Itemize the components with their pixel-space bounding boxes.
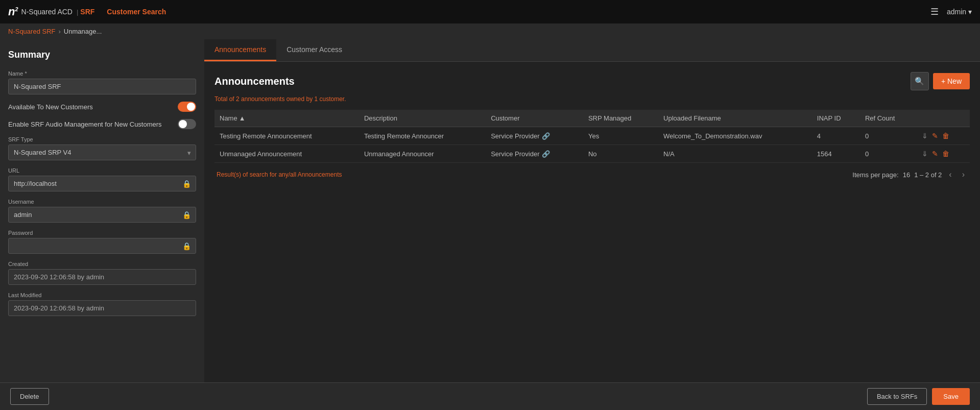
- audio-toggle[interactable]: [178, 119, 196, 129]
- audio-toggle-knob: [179, 120, 187, 128]
- topnav-right: ☰ admin ▾: [930, 6, 972, 17]
- row-delete-icon[interactable]: 🗑: [942, 150, 949, 158]
- back-button[interactable]: Back to SRFs: [867, 388, 927, 405]
- url-label: URL: [8, 167, 196, 174]
- col-description: Description: [359, 110, 486, 127]
- audio-label: Enable SRF Audio Management for New Cust…: [8, 120, 173, 128]
- tabs: Announcements Customer Access: [204, 39, 980, 62]
- available-toggle-row: Available To New Customers: [8, 102, 196, 112]
- cell-inap-id: 1564: [812, 145, 860, 163]
- subtitle: Total of 2 announcements owned by 1 cust…: [214, 95, 970, 103]
- bottom-bar: Delete Back to SRFs Save: [0, 382, 980, 410]
- next-page-button[interactable]: ›: [959, 169, 968, 180]
- col-name-label: Name: [220, 114, 237, 122]
- created-field-group: Created: [8, 261, 196, 285]
- name-sort[interactable]: Name ▲: [220, 114, 246, 122]
- srf-label: SRF: [80, 8, 94, 16]
- download-icon[interactable]: ⇓: [922, 150, 928, 158]
- save-label: Save: [943, 393, 959, 400]
- delete-label: Delete: [20, 393, 39, 400]
- username-input-wrapper: 🔒: [8, 207, 196, 223]
- breadcrumb-sep: ›: [58, 28, 60, 35]
- tab-customer-access[interactable]: Customer Access: [276, 39, 352, 61]
- result-highlight: any/all: [278, 171, 296, 178]
- tab-announcements[interactable]: Announcements: [204, 39, 276, 61]
- name-field-group: Name *: [8, 70, 196, 94]
- breadcrumb-root[interactable]: N-Squared SRF: [8, 28, 55, 35]
- srf-type-select[interactable]: N-Squared SRP V4: [8, 144, 196, 160]
- logo: n2: [8, 5, 18, 18]
- logo-sup: 2: [15, 6, 18, 12]
- admin-menu[interactable]: admin ▾: [947, 8, 972, 16]
- admin-arrow-icon: ▾: [968, 8, 972, 16]
- new-button[interactable]: + New: [933, 73, 970, 89]
- app-name: N-Squared ACD: [21, 8, 73, 16]
- cell-description: Unmanaged Announcer: [359, 145, 486, 163]
- link-icon: 🔗: [542, 132, 550, 140]
- delete-button[interactable]: Delete: [10, 388, 49, 405]
- table-footer: Result(s) of search for any/all Announce…: [214, 169, 970, 180]
- announcements-panel: Announcements 🔍 + New Total of 2 announc…: [204, 62, 980, 382]
- password-lock-icon: 🔒: [182, 242, 191, 250]
- col-inap-id: INAP ID: [812, 110, 860, 127]
- password-input-wrapper: 🔒: [8, 238, 196, 254]
- edit-icon[interactable]: ✎: [932, 132, 938, 140]
- url-input[interactable]: [8, 176, 196, 191]
- cell-ref-count: 0: [860, 127, 917, 145]
- customer-link[interactable]: Service Provider 🔗: [491, 132, 549, 140]
- password-input[interactable]: [8, 238, 196, 254]
- srf-type-select-wrapper: N-Squared SRP V4 ▾: [8, 144, 196, 160]
- sidebar-title: Summary: [8, 50, 196, 60]
- created-input: [8, 269, 196, 285]
- cell-srp-managed: Yes: [583, 127, 658, 145]
- name-input-wrapper: [8, 79, 196, 94]
- username-input[interactable]: [8, 207, 196, 223]
- admin-label: admin: [947, 8, 966, 16]
- panel-header: Announcements 🔍 + New: [214, 72, 970, 90]
- menu-icon[interactable]: ☰: [930, 6, 939, 17]
- download-icon[interactable]: ⇓: [922, 132, 928, 140]
- panel-title: Announcements: [214, 76, 911, 87]
- top-nav: n2 N-Squared ACD | SRF Customer Search ☰…: [0, 0, 980, 23]
- action-icons: ⇓ ✎ 🗑: [922, 150, 965, 158]
- last-modified-field-group: Last Modified: [8, 292, 196, 316]
- save-button[interactable]: Save: [932, 388, 970, 405]
- result-post: Announcements: [298, 171, 342, 178]
- prev-page-button[interactable]: ‹: [946, 169, 954, 180]
- available-toggle[interactable]: [178, 102, 196, 112]
- cell-actions: ⇓ ✎ 🗑: [917, 127, 970, 145]
- url-lock-icon: 🔒: [182, 180, 191, 188]
- back-label: Back to SRFs: [877, 393, 917, 400]
- col-customer: Customer: [486, 110, 583, 127]
- srf-type-field-group: SRF Type N-Squared SRP V4 ▾: [8, 136, 196, 160]
- cell-ref-count: 0: [860, 145, 917, 163]
- table-header: Name ▲ Description Customer SRP Managed …: [214, 110, 970, 127]
- content-area: Announcements Customer Access Announceme…: [204, 39, 980, 382]
- available-label: Available To New Customers: [8, 103, 173, 111]
- table-row: Unmanaged Announcement Unmanaged Announc…: [214, 145, 970, 163]
- breadcrumb: N-Squared SRF › Unmanage...: [0, 23, 980, 39]
- search-button[interactable]: 🔍: [911, 72, 929, 90]
- items-per-page-value: 16: [903, 171, 910, 179]
- col-name: Name ▲: [214, 110, 359, 127]
- tab-customer-access-label: Customer Access: [286, 45, 342, 54]
- bottom-right: Back to SRFs Save: [867, 388, 970, 405]
- announcements-table: Name ▲ Description Customer SRP Managed …: [214, 110, 970, 163]
- row-delete-icon[interactable]: 🗑: [942, 132, 949, 140]
- username-lock-icon: 🔒: [182, 211, 191, 219]
- customer-link[interactable]: Service Provider 🔗: [491, 150, 549, 158]
- edit-icon[interactable]: ✎: [932, 150, 938, 158]
- pagination: Items per page: 16 1 – 2 of 2 ‹ ›: [852, 169, 968, 180]
- cell-customer: Service Provider 🔗: [486, 127, 583, 145]
- cell-customer: Service Provider 🔗: [486, 145, 583, 163]
- sort-icon: ▲: [239, 114, 246, 122]
- username-field-group: Username 🔒: [8, 199, 196, 223]
- pipe: |: [77, 8, 78, 16]
- items-per-page-label: Items per page:: [852, 171, 898, 179]
- url-field-group: URL 🔒: [8, 167, 196, 191]
- main-layout: Summary Name * Available To New Customer…: [0, 39, 980, 382]
- name-input[interactable]: [8, 79, 196, 94]
- col-ref-count: Ref Count: [860, 110, 917, 127]
- customer-search-link[interactable]: Customer Search: [107, 8, 930, 16]
- breadcrumb-current: Unmanage...: [64, 28, 102, 35]
